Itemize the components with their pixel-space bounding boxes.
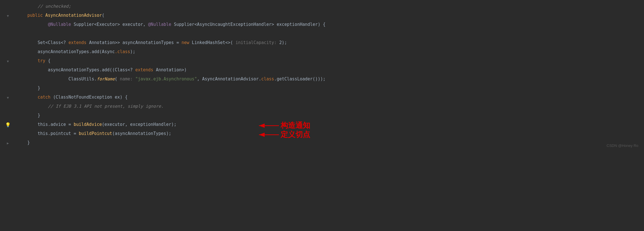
gutter-6: ▼	[0, 57, 16, 66]
annotation-text-1: 构造通知	[281, 120, 310, 132]
code-text-9: }	[17, 85, 40, 91]
code-line-3	[0, 30, 644, 39]
fold-icon-1[interactable]: ▼	[7, 14, 9, 19]
annotation-1: 构造通知	[256, 120, 310, 132]
gutter-2	[0, 21, 16, 30]
gutter-13: 💡	[0, 121, 16, 130]
gutter-15: ▶	[0, 139, 16, 148]
lightbulb-icon[interactable]: 💡	[5, 122, 11, 129]
gutter-3	[0, 30, 16, 39]
code-line-4: Set<Class<? extends Annotation>> asyncAn…	[0, 39, 644, 48]
gutter-4	[0, 39, 16, 48]
fold-icon-10[interactable]: ▼	[7, 95, 9, 101]
code-text-1: public AsyncAnnotationAdvisor(	[17, 12, 104, 19]
gutter-11	[0, 103, 16, 112]
fold-icon-6[interactable]: ▼	[7, 59, 9, 64]
gutter-5	[0, 48, 16, 57]
code-text-11: // If EJB 3.1 API not present, simply ig…	[17, 103, 164, 110]
code-container: // unchecked; ▼ public AsyncAnnotationAd…	[0, 0, 644, 151]
code-text-2: @Nullable Supplier<Executor> executor, @…	[17, 21, 326, 28]
code-text: // unchecked;	[17, 4, 71, 9]
code-text-10: catch (ClassNotFoundException ex) {	[17, 94, 127, 101]
code-line-15: ▶ }	[0, 139, 644, 148]
code-line-11: // If EJB 3.1 API not present, simply ig…	[0, 103, 644, 112]
fold-icon-15[interactable]: ▶	[7, 141, 9, 146]
gutter-12	[0, 112, 16, 121]
gutter-7	[0, 66, 16, 76]
code-text-7: asyncAnnotationTypes.add((Class<? extend…	[17, 66, 187, 73]
code-text-13: this.advice = buildAdvice(executor, exce…	[17, 121, 176, 128]
code-line-8: ClassUtils.forName( name: "javax.ejb.Asy…	[0, 76, 644, 85]
code-text-6: try {	[17, 57, 50, 64]
arrow-1-icon	[256, 121, 279, 130]
code-line-14: this.pointcut = buildPointcut(asyncAnnot…	[0, 130, 644, 139]
code-text-15: }	[17, 139, 30, 146]
code-line-7: asyncAnnotationTypes.add((Class<? extend…	[0, 66, 644, 76]
code-line-2: @Nullable Supplier<Executor> executor, @…	[0, 21, 644, 30]
annotation-2: 定义切点	[256, 129, 310, 141]
gutter-8	[0, 76, 16, 85]
code-text-8: ClassUtils.forName( name: "javax.ejb.Asy…	[17, 76, 326, 82]
code-line-0: // unchecked;	[0, 3, 644, 12]
code-line-12: }	[0, 112, 644, 121]
code-text-12: }	[17, 112, 40, 119]
code-line-6: ▼ try {	[0, 57, 644, 66]
code-line-5: asyncAnnotationTypes.add(Async.class);	[0, 48, 644, 57]
gutter-9	[0, 85, 16, 94]
gutter-0	[0, 3, 16, 12]
watermark: CSDN @Honey Ro	[607, 143, 638, 149]
code-line-1: ▼ public AsyncAnnotationAdvisor(	[0, 12, 644, 21]
gutter-10: ▼	[0, 94, 16, 103]
code-line-9: }	[0, 85, 644, 94]
gutter-14	[0, 130, 16, 139]
arrow-2-icon	[256, 130, 279, 139]
code-text-14: this.pointcut = buildPointcut(asyncAnnot…	[17, 130, 171, 137]
code-line-10: ▼ catch (ClassNotFoundException ex) {	[0, 94, 644, 103]
code-text-4: Set<Class<? extends Annotation>> asyncAn…	[17, 39, 287, 46]
annotation-text-2: 定义切点	[281, 129, 310, 141]
code-line-13: 💡 this.advice = buildAdvice(executor, ex…	[0, 121, 644, 130]
gutter-1: ▼	[0, 12, 16, 21]
code-text-5: asyncAnnotationTypes.add(Async.class);	[17, 48, 135, 55]
